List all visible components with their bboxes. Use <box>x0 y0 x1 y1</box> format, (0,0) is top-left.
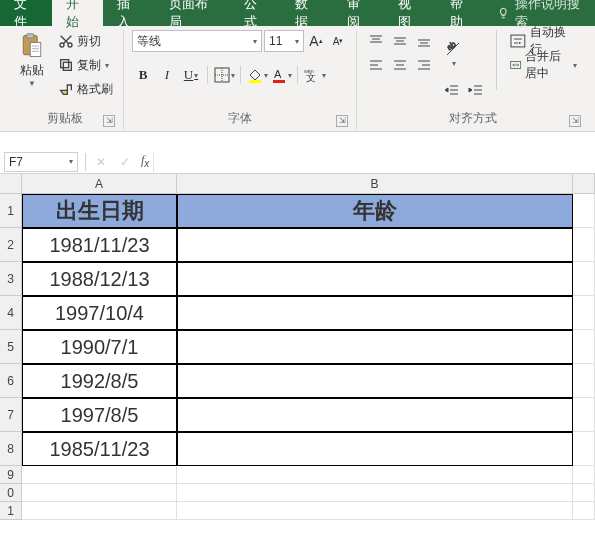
cell-b1[interactable]: 年龄 <box>177 194 573 228</box>
cell-a6[interactable]: 1992/8/5 <box>22 364 177 398</box>
cell-b7[interactable] <box>177 398 573 432</box>
ruby-icon: wén文 <box>303 67 321 83</box>
cell[interactable] <box>573 502 595 520</box>
tab-view[interactable]: 视图 <box>384 0 436 26</box>
cell-b4[interactable] <box>177 296 573 330</box>
increase-indent-button[interactable] <box>465 80 487 102</box>
tab-data[interactable]: 数据 <box>281 0 333 26</box>
cell[interactable] <box>573 330 595 364</box>
tab-file[interactable]: 文件 <box>0 0 52 26</box>
bold-button[interactable]: B <box>132 64 154 86</box>
cell-b8[interactable] <box>177 432 573 466</box>
name-box[interactable]: F7 ▾ <box>4 152 78 172</box>
cell[interactable] <box>22 502 177 520</box>
group-font-label: 字体 ⇲ <box>132 108 348 129</box>
font-name-select[interactable]: 等线 ▾ <box>132 30 262 52</box>
cell[interactable] <box>573 484 595 502</box>
orientation-button[interactable]: ab ▾ <box>441 30 465 76</box>
row-header[interactable]: 2 <box>0 228 22 262</box>
row-header[interactable]: 0 <box>0 484 22 502</box>
tab-insert[interactable]: 插入 <box>103 0 155 26</box>
cell[interactable] <box>22 484 177 502</box>
row-header[interactable]: 7 <box>0 398 22 432</box>
row-header[interactable]: 5 <box>0 330 22 364</box>
cell[interactable] <box>573 398 595 432</box>
tab-review[interactable]: 审阅 <box>333 0 385 26</box>
formula-bar-input[interactable] <box>153 152 595 172</box>
decrease-indent-button[interactable] <box>441 80 463 102</box>
row-header[interactable]: 1 <box>0 502 22 520</box>
cell-a7[interactable]: 1997/8/5 <box>22 398 177 432</box>
tab-page-layout[interactable]: 页面布局 <box>155 0 230 26</box>
align-left-button[interactable] <box>365 54 387 76</box>
align-center-button[interactable] <box>389 54 411 76</box>
cell-b3[interactable] <box>177 262 573 296</box>
align-top-button[interactable] <box>365 30 387 52</box>
tab-home[interactable]: 开始 <box>52 0 104 26</box>
tell-me-search[interactable]: 操作说明搜索 <box>487 0 595 26</box>
row-header[interactable]: 6 <box>0 364 22 398</box>
align-middle-button[interactable] <box>389 30 411 52</box>
font-color-button[interactable]: A ▾ <box>270 64 292 86</box>
shrink-font-button[interactable]: A▾ <box>328 30 348 52</box>
cell-b2[interactable] <box>177 228 573 262</box>
svg-rect-1 <box>27 34 34 38</box>
column-header-b[interactable]: B <box>177 174 573 194</box>
cell[interactable] <box>177 466 573 484</box>
copy-button[interactable]: 复制 ▾ <box>56 54 115 76</box>
row-header[interactable]: 3 <box>0 262 22 296</box>
cell[interactable] <box>573 432 595 466</box>
cell[interactable] <box>573 364 595 398</box>
cut-button[interactable]: 剪切 <box>56 30 115 52</box>
merge-center-button[interactable]: 合并后居中 ▾ <box>506 54 581 76</box>
alignment-launcher[interactable]: ⇲ <box>569 115 581 127</box>
tab-formulas[interactable]: 公式 <box>230 0 282 26</box>
tab-help[interactable]: 帮助 <box>436 0 488 26</box>
cell[interactable] <box>573 466 595 484</box>
cell-a5[interactable]: 1990/7/1 <box>22 330 177 364</box>
cell[interactable] <box>573 296 595 330</box>
cell[interactable] <box>573 194 595 228</box>
italic-button[interactable]: I <box>156 64 178 86</box>
cell-a1[interactable]: 出生日期 <box>22 194 177 228</box>
separator <box>297 66 298 84</box>
row-header[interactable]: 1 <box>0 194 22 228</box>
cell-a8[interactable]: 1985/11/23 <box>22 432 177 466</box>
cell-b5[interactable] <box>177 330 573 364</box>
align-bottom-button[interactable] <box>413 30 435 52</box>
cell-b6[interactable] <box>177 364 573 398</box>
select-all-corner[interactable] <box>0 174 22 194</box>
enter-formula-button[interactable]: ✓ <box>113 155 137 169</box>
cell[interactable] <box>22 466 177 484</box>
spreadsheet-grid[interactable]: A B 1 出生日期 年龄 2 1981/11/23 3 1988/12/13 … <box>0 174 595 520</box>
chevron-down-icon: ▾ <box>69 157 73 166</box>
cell[interactable] <box>573 228 595 262</box>
underline-button[interactable]: U▾ <box>180 64 202 86</box>
align-right-button[interactable] <box>413 54 435 76</box>
grow-font-button[interactable]: A▴ <box>306 30 326 52</box>
copy-label: 复制 <box>77 57 101 74</box>
cancel-formula-button[interactable]: ✕ <box>89 155 113 169</box>
merge-center-label: 合并后居中 <box>525 48 568 82</box>
font-size-select[interactable]: 11 ▾ <box>264 30 304 52</box>
row-header[interactable]: 4 <box>0 296 22 330</box>
format-painter-button[interactable]: 格式刷 <box>56 78 115 100</box>
clipboard-launcher[interactable]: ⇲ <box>103 115 115 127</box>
paste-button[interactable]: 粘贴 ▼ <box>14 30 50 88</box>
cell[interactable] <box>177 502 573 520</box>
column-header-c[interactable] <box>573 174 595 194</box>
fill-color-button[interactable]: ▾ <box>246 64 268 86</box>
cell[interactable] <box>573 262 595 296</box>
cell-a4[interactable]: 1997/10/4 <box>22 296 177 330</box>
cell[interactable] <box>177 484 573 502</box>
row-header[interactable]: 8 <box>0 432 22 466</box>
copy-icon <box>58 57 74 73</box>
fx-icon[interactable]: fx <box>137 153 153 169</box>
row-header[interactable]: 9 <box>0 466 22 484</box>
font-launcher[interactable]: ⇲ <box>336 115 348 127</box>
cell-a3[interactable]: 1988/12/13 <box>22 262 177 296</box>
borders-button[interactable]: ▾ <box>213 64 235 86</box>
cell-a2[interactable]: 1981/11/23 <box>22 228 177 262</box>
phonetic-guide-button[interactable]: wén文 ▾ <box>303 64 326 86</box>
column-header-a[interactable]: A <box>22 174 177 194</box>
